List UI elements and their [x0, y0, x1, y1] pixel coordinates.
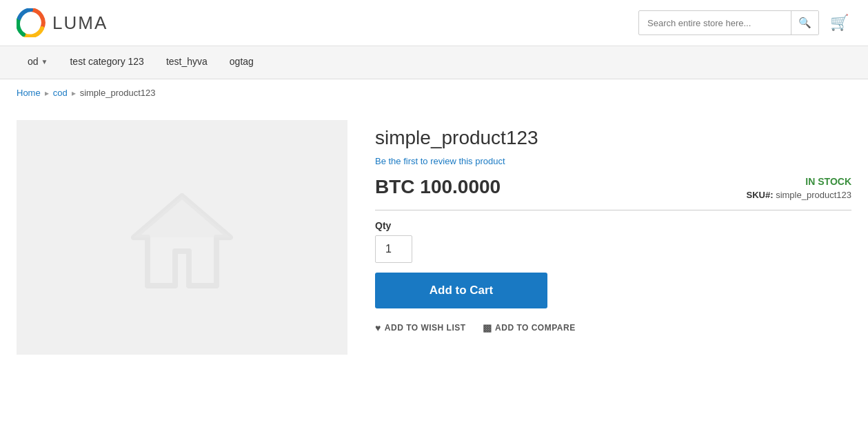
add-to-wishlist-link[interactable]: ♥ ADD TO WISH LIST [375, 322, 466, 333]
cart-button[interactable]: 🛒 [827, 11, 851, 35]
product-info: simple_product123 Be the first to review… [375, 120, 851, 355]
sku-row: SKU#: simple_product123 [747, 190, 852, 200]
compare-label: ADD TO COMPARE [495, 323, 576, 333]
nav-label-test-category: test category 123 [70, 56, 143, 67]
search-bar: 🔍 [638, 10, 819, 35]
review-link[interactable]: Be the first to review this product [375, 156, 851, 166]
qty-input[interactable] [375, 235, 412, 263]
breadcrumb-home[interactable]: Home [17, 88, 41, 98]
main-nav: od ▼ test category 123 test_hyva ogtag [0, 46, 868, 79]
stock-status: IN STOCK [747, 176, 852, 187]
nav-item-od[interactable]: od ▼ [17, 46, 59, 79]
qty-section: Qty [375, 220, 851, 263]
logo-area: LUMA [17, 8, 108, 37]
header-right: 🔍 🛒 [638, 10, 851, 35]
add-to-cart-button[interactable]: Add to Cart [375, 273, 547, 308]
product-title: simple_product123 [375, 127, 851, 149]
product-page: simple_product123 Be the first to review… [0, 106, 868, 368]
nav-label-test-hyva: test_hyva [166, 56, 208, 67]
nav-item-test-category[interactable]: test category 123 [59, 46, 154, 79]
compare-icon: ▩ [483, 322, 492, 333]
nav-label-od: od [28, 56, 39, 67]
action-links: ♥ ADD TO WISH LIST ▩ ADD TO COMPARE [375, 322, 851, 333]
sku-label: SKU#: [747, 190, 774, 200]
product-placeholder-icon [127, 182, 237, 293]
breadcrumb-sep-2: ▸ [72, 88, 76, 98]
breadcrumb-current: simple_product123 [80, 88, 156, 98]
chevron-down-icon: ▼ [41, 58, 48, 66]
site-header: LUMA 🔍 🛒 [0, 0, 868, 46]
nav-item-test-hyva[interactable]: test_hyva [155, 46, 219, 79]
price-row: BTC 100.0000 IN STOCK SKU#: simple_produ… [375, 176, 851, 210]
product-price: BTC 100.0000 [375, 176, 501, 198]
nav-label-ogtag: ogtag [230, 56, 254, 67]
wish-list-label: ADD TO WISH LIST [385, 323, 466, 333]
sku-value: simple_product123 [776, 190, 851, 200]
svg-marker-2 [134, 196, 230, 237]
breadcrumb: Home ▸ cod ▸ simple_product123 [0, 79, 868, 106]
breadcrumb-sep-1: ▸ [45, 88, 49, 98]
search-icon: 🔍 [798, 17, 811, 28]
cart-icon: 🛒 [830, 14, 849, 31]
luma-logo-icon [17, 8, 46, 37]
breadcrumb-parent[interactable]: cod [53, 88, 68, 98]
qty-label: Qty [375, 220, 851, 231]
logo-text: LUMA [52, 12, 108, 34]
heart-icon: ♥ [375, 322, 381, 333]
product-image-area [17, 120, 347, 355]
stock-sku-area: IN STOCK SKU#: simple_product123 [747, 176, 852, 200]
nav-item-ogtag[interactable]: ogtag [219, 46, 265, 79]
product-image-placeholder [17, 120, 347, 355]
search-button[interactable]: 🔍 [791, 11, 818, 35]
search-input[interactable] [639, 12, 791, 34]
add-to-compare-link[interactable]: ▩ ADD TO COMPARE [483, 322, 576, 333]
